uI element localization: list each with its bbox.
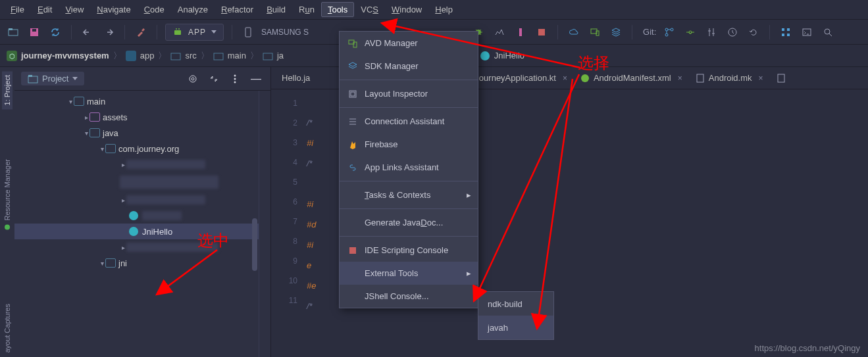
- menu-file[interactable]: File: [4, 2, 31, 17]
- avd-icon[interactable]: [587, 24, 603, 40]
- tree-item[interactable]: ▸: [14, 239, 259, 255]
- crumb-file[interactable]: JniHello: [494, 51, 524, 60]
- menu-edit[interactable]: Edit: [31, 2, 59, 17]
- tree-scrollbar[interactable]: [259, 91, 270, 357]
- menu-jshell[interactable]: JShell Console...: [340, 285, 478, 308]
- menu-applinks[interactable]: App Links Assistant: [340, 156, 478, 179]
- gradle-icon: ⬡: [7, 51, 17, 61]
- tree-item[interactable]: [14, 208, 259, 224]
- tab-layout-captures[interactable]: ayout Captures: [2, 300, 13, 357]
- submenu-ndkbuild[interactable]: ndk-build: [478, 292, 553, 316]
- more-icon[interactable]: [227, 71, 243, 87]
- menu-navigate[interactable]: Navigate: [90, 2, 137, 17]
- menu-layout-inspector[interactable]: Layout Inspector: [340, 82, 478, 105]
- menu-window[interactable]: Window: [385, 2, 428, 17]
- menu-tasks[interactable]: Tasks & Contexts▸: [340, 183, 478, 206]
- svg-rect-21: [787, 34, 790, 36]
- close-icon[interactable]: ×: [759, 74, 763, 83]
- tree-pkg[interactable]: ▾com.journey.org: [14, 141, 259, 156]
- svg-rect-28: [214, 53, 223, 60]
- svg-rect-29: [263, 53, 272, 60]
- file-icon: [696, 74, 705, 83]
- sync-icon[interactable]: [47, 24, 63, 40]
- hide-icon[interactable]: —: [248, 71, 264, 87]
- stop-icon[interactable]: [534, 24, 549, 40]
- open-icon[interactable]: [5, 24, 21, 40]
- tree-item[interactable]: ▸: [14, 192, 259, 208]
- menu-view[interactable]: View: [59, 2, 90, 17]
- project-panel: Project — ▾main ▸assets ▾java ▾com.journ…: [14, 67, 271, 357]
- tab-resource-manager[interactable]: Resource Manager: [2, 155, 13, 234]
- svg-point-36: [234, 74, 236, 76]
- menu-run[interactable]: Run: [292, 2, 321, 17]
- tab-manifest[interactable]: AndroidManifest.xml×: [574, 67, 689, 89]
- menu-help[interactable]: Help: [428, 2, 459, 17]
- menu-firebase[interactable]: Firebase: [340, 133, 478, 156]
- tab-more[interactable]: [770, 67, 792, 89]
- device-icon[interactable]: [240, 24, 256, 40]
- menu-connection[interactable]: Connection Assistant: [340, 110, 478, 133]
- close-icon[interactable]: ×: [563, 74, 567, 83]
- undo-icon[interactable]: [80, 24, 95, 40]
- menu-avd[interactable]: AVD Manager: [340, 32, 478, 55]
- project-tree[interactable]: ▾main ▸assets ▾java ▾com.journey.org ▸ ▸…: [14, 91, 259, 357]
- tree-item[interactable]: [14, 172, 259, 192]
- tab-hello[interactable]: Hello.ja: [271, 67, 317, 89]
- tree-jni[interactable]: ▾jni: [14, 255, 259, 271]
- project-view-label: Project: [42, 74, 68, 83]
- crumb-src[interactable]: src: [185, 51, 196, 60]
- menu-javadoc[interactable]: Generate JavaDoc...: [340, 211, 478, 234]
- menu-vcs[interactable]: VCS: [354, 2, 385, 17]
- svg-rect-40: [697, 74, 703, 82]
- search-icon[interactable]: [820, 24, 836, 40]
- menu-tools[interactable]: Tools: [321, 2, 354, 17]
- submenu-javah[interactable]: javah: [478, 316, 553, 339]
- tree-java[interactable]: ▾java: [14, 125, 259, 141]
- module-icon: [126, 51, 136, 61]
- collapse-icon[interactable]: [206, 71, 222, 87]
- tab-androidmk[interactable]: Android.mk×: [689, 67, 770, 89]
- tree-main[interactable]: ▾main: [14, 93, 259, 109]
- chevron-right-icon: ▸: [467, 268, 471, 278]
- branch-icon[interactable]: [661, 24, 677, 40]
- crumb-root[interactable]: journey-mvvmsystem: [21, 51, 109, 60]
- scroll-thumb[interactable]: [252, 218, 257, 271]
- tree-item[interactable]: ▸: [14, 156, 259, 172]
- project-view-selector[interactable]: Project: [21, 72, 84, 85]
- menu-build[interactable]: Build: [260, 2, 292, 17]
- run-config-label: APP: [188, 28, 206, 37]
- menu-ide-console[interactable]: IDE Scripting Console: [340, 239, 478, 262]
- svg-rect-33: [28, 75, 32, 77]
- commit-icon[interactable]: [682, 24, 698, 40]
- grid-icon[interactable]: [778, 24, 794, 40]
- revert-icon[interactable]: [746, 24, 761, 40]
- crumb-java[interactable]: ja: [277, 51, 284, 60]
- tree-jnihello[interactable]: JniHello: [14, 224, 259, 239]
- history-icon[interactable]: [725, 24, 740, 40]
- svg-rect-41: [778, 74, 784, 82]
- menu-external-tools[interactable]: External Tools▸: [340, 262, 478, 285]
- svg-rect-32: [28, 76, 38, 83]
- redo-icon[interactable]: [101, 24, 116, 40]
- terminal-icon[interactable]: [799, 24, 815, 40]
- target-icon[interactable]: [185, 71, 201, 87]
- attach-icon[interactable]: [513, 24, 528, 40]
- save-icon[interactable]: [26, 24, 42, 40]
- crumb-app[interactable]: app: [140, 51, 155, 60]
- close-icon[interactable]: ×: [678, 74, 682, 83]
- cloud-icon[interactable]: [566, 24, 582, 40]
- hammer-icon[interactable]: [133, 24, 149, 40]
- menu-analyze[interactable]: Analyze: [171, 2, 215, 17]
- tree-assets[interactable]: ▸assets: [14, 109, 259, 125]
- project-header: Project —: [14, 67, 270, 91]
- sdk-icon[interactable]: [608, 24, 624, 40]
- crumb-main[interactable]: main: [228, 51, 246, 60]
- compare-icon[interactable]: [703, 24, 719, 40]
- profile-icon[interactable]: [492, 24, 507, 40]
- script-icon: [347, 246, 358, 255]
- run-config-selector[interactable]: APP: [165, 24, 224, 41]
- menu-sdk[interactable]: SDK Manager: [340, 55, 478, 78]
- tab-project[interactable]: 1: Project: [2, 71, 13, 109]
- menu-refactor[interactable]: Refactor: [215, 2, 260, 17]
- menu-code[interactable]: Code: [138, 2, 171, 17]
